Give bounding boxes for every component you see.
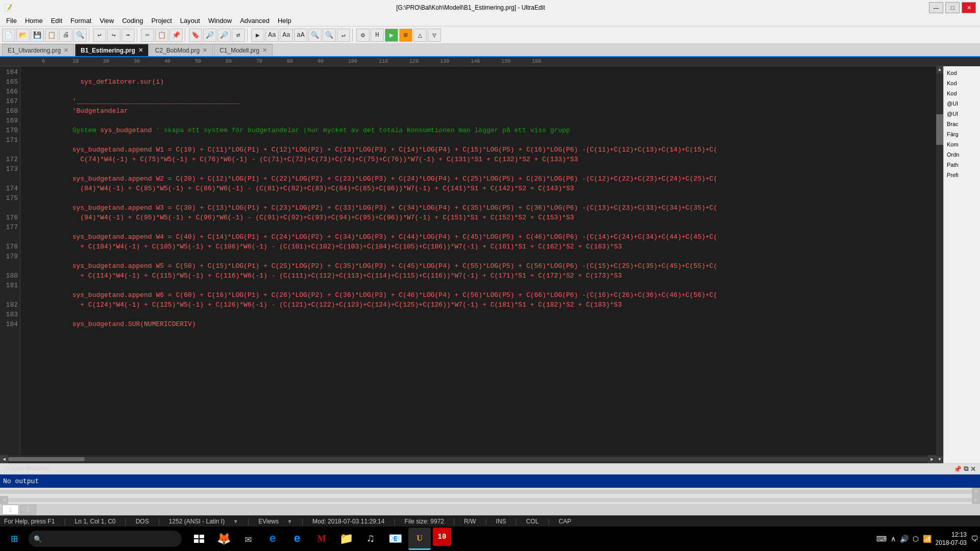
taskbar-mail[interactable]: ✉ [237,528,259,550]
taskbar-search[interactable]: 🔍 [29,531,182,547]
editor[interactable]: 164 165 166 167 168 169 170 171 172 173 … [0,66,936,463]
scroll-right[interactable]: ▶ [928,455,936,463]
tab-c2-close[interactable]: ✕ [203,47,207,54]
right-panel-kod1[interactable]: Kod [945,68,979,78]
lower-button[interactable]: aA [294,29,307,42]
right-panel-kod3[interactable]: Kod [945,89,979,98]
open-button[interactable]: 📂 [16,29,30,42]
taskbar-app10[interactable]: 10 [433,528,451,546]
menu-view[interactable]: View [95,16,118,26]
taskbar-taskview[interactable] [188,528,210,550]
menu-format[interactable]: Format [66,16,95,26]
taskbar-time[interactable]: 12:13 2018-07-03 [936,531,967,547]
tab-e1-close[interactable]: ✕ [64,47,68,54]
save-all-button[interactable]: 📋 [45,29,58,42]
menu-help[interactable]: Help [274,16,296,26]
search3-button[interactable]: 🔎 [217,29,231,42]
scroll-up[interactable]: ▲ [936,66,943,73]
right-panel-ui2[interactable]: @UI [945,109,979,118]
macro-button[interactable]: ▶ [251,29,264,42]
v-scroll-thumb[interactable] [936,114,943,145]
menu-coding[interactable]: Coding [118,16,147,26]
save-button[interactable]: 💾 [31,29,44,42]
menu-home[interactable]: Home [21,16,47,26]
taskbar-chevron-icon[interactable]: ∧ [891,535,896,543]
zoomin-button[interactable]: 🔍 [308,29,322,42]
paste-button[interactable]: 📌 [169,29,183,42]
right-panel-ui1[interactable]: @UI [945,99,979,108]
replace-button[interactable]: ⇄ [232,29,245,42]
v-scroll-track[interactable] [936,73,943,456]
redo-button[interactable]: ↪ [107,29,120,42]
taskbar-sound-icon[interactable]: 🔊 [900,535,909,543]
forward-button[interactable]: ➡ [121,29,135,42]
taskbar-edge[interactable]: e [261,528,284,550]
undo-button[interactable]: ↩ [93,29,106,42]
search2-button[interactable]: 🔎 [203,29,216,42]
output-float[interactable]: ⧉ [964,465,968,473]
vertical-scrollbar[interactable]: ▲ ▼ [936,66,943,463]
output-scroll-track[interactable] [0,490,972,494]
zoomout-button[interactable]: 🔍 [323,29,336,42]
right-panel-kom[interactable]: Kom [945,140,979,149]
tab-b1-close[interactable]: ✕ [138,47,143,54]
horizontal-scrollbar[interactable]: ◀ ▶ [0,455,936,463]
tab-e1[interactable]: E1_Utvardering.prg ✕ [2,44,74,56]
upper-button[interactable]: Aa [280,29,293,42]
output-close[interactable]: ✕ [970,465,976,473]
taskbar-maven[interactable]: M [310,528,333,550]
menu-project[interactable]: Project [147,16,176,26]
menu-advanced[interactable]: Advanced [236,16,274,26]
taskbar-network-icon[interactable]: ⌨ [876,535,887,543]
start-button[interactable]: ⊞ [2,527,27,551]
taskbar-dropbox-icon[interactable]: ⬡ [913,535,919,543]
right-panel-prefi[interactable]: Prefi [945,170,979,180]
scroll-thumb[interactable] [8,457,85,461]
scroll-track[interactable] [8,457,928,461]
output-scroll-down[interactable]: ▼ [972,488,980,496]
output-pin[interactable]: 📌 [953,465,962,473]
new-button[interactable]: 📄 [2,29,15,42]
taskbar-spotify[interactable]: ♫ [359,528,382,550]
bookmark-button[interactable]: 🔖 [189,29,202,42]
output-tab-2[interactable]: 2 [20,505,37,515]
menu-window[interactable]: Window [204,16,236,26]
run-button[interactable]: ▶ [385,29,398,42]
expand-button[interactable]: ▽ [428,29,441,42]
right-panel-path[interactable]: Path [945,160,979,169]
taskbar-ie[interactable]: e [286,528,308,550]
spell-button[interactable]: Aa [265,29,279,42]
tab-b1[interactable]: B1_Estimering.prg ✕ [75,44,149,56]
tab-c2[interactable]: C2_BobMod.prg ✕ [150,44,213,56]
collapse-button[interactable]: △ [413,29,427,42]
taskbar-firefox[interactable]: 🦊 [212,528,235,550]
right-panel-ordn[interactable]: Ordn [945,150,979,159]
output-v-scroll[interactable]: ▼ [0,488,980,496]
print-button[interactable]: 🖨 [59,29,72,42]
right-panel-brac[interactable]: Brac [945,119,979,129]
output-h-track[interactable] [8,498,972,502]
wordwrap-button[interactable]: ↵ [337,29,350,42]
tab-c1[interactable]: C1_Modell.prg ✕ [214,44,273,56]
scroll-down[interactable]: ▼ [936,456,943,463]
menu-edit[interactable]: Edit [47,16,66,26]
col-mode-button[interactable]: ⚙ [356,29,370,42]
menu-layout[interactable]: Layout [176,16,204,26]
menu-file[interactable]: File [2,16,21,26]
close-button[interactable]: ✕ [962,2,976,13]
output-tab-1[interactable]: 1 [2,505,19,515]
right-panel-kod2[interactable]: Kod [945,79,979,88]
taskbar-ultraedit[interactable]: U [408,528,431,550]
right-panel-farg[interactable]: Färg [945,130,979,139]
output-scroll-left[interactable]: ◀ [0,496,8,504]
cut-button[interactable]: ✂ [141,29,154,42]
taskbar-notification-icon[interactable]: 🗨 [971,535,978,543]
output-scroll-right[interactable]: ▶ [972,496,980,504]
taskbar-email2[interactable]: 📧 [384,528,406,550]
scroll-left[interactable]: ◀ [0,455,8,463]
tab-c1-close[interactable]: ✕ [262,47,267,54]
taskbar-wifi-icon[interactable]: 📶 [923,535,932,543]
copy-button[interactable]: 📋 [155,29,168,42]
taskbar-explorer[interactable]: 📁 [335,528,357,550]
hex-button[interactable]: H [371,29,384,42]
